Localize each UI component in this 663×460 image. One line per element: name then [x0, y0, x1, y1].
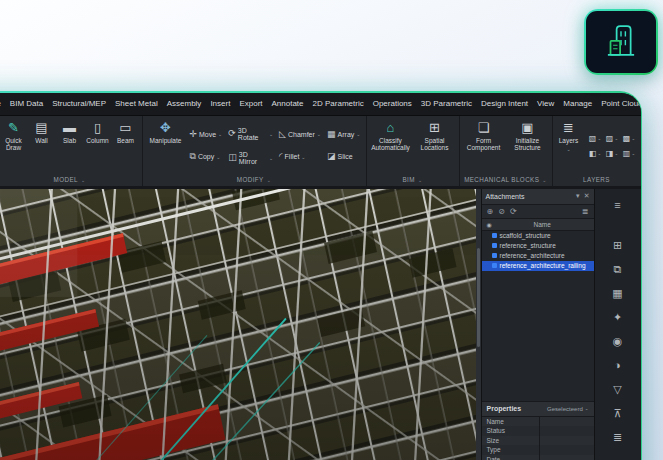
tab-home[interactable]: Home: [0, 99, 1, 108]
mirror-3d-button[interactable]: ◫ 3D Mirror ⌄: [226, 150, 275, 166]
chevron-down-icon[interactable]: ⌄: [269, 131, 273, 137]
group-label-bim[interactable]: BIM⌄: [370, 174, 456, 186]
group-label-mechanical-blocks[interactable]: MECHANICAL BLOCKS⌄: [463, 174, 549, 186]
property-value[interactable]: [539, 436, 594, 446]
chevron-down-icon[interactable]: ⌄: [216, 154, 220, 160]
tab-point-cloud[interactable]: Point Cloud: [601, 99, 640, 108]
group-label-model[interactable]: MODEL⌄: [1, 174, 139, 186]
attach-list-view-icon[interactable]: ≣: [582, 207, 589, 216]
tab-sheet-metal[interactable]: Sheet Metal: [115, 99, 158, 108]
chevron-down-icon[interactable]: ⌄: [356, 131, 360, 137]
panel-options-icon[interactable]: ▾: [576, 192, 580, 200]
tab-assembly[interactable]: Assembly: [167, 99, 202, 108]
tab-structural-mep[interactable]: Structural/MEP: [52, 99, 106, 108]
layer-tools-grid: ▧⌄ ▨⌄ ▩⌄ ◧⌄ ◨⌄ ▥⌄: [587, 118, 638, 174]
column-button[interactable]: ▯ Column: [85, 118, 111, 174]
chevron-down-icon[interactable]: ⌄: [269, 155, 273, 161]
quick-draw-button[interactable]: ✎ Quick Draw: [1, 118, 27, 174]
move-icon: ✛: [189, 130, 197, 139]
attachment-row[interactable]: scaffold_structure: [482, 231, 594, 241]
layer-state-button[interactable]: ▧⌄: [587, 131, 604, 146]
attachments-list: scaffold_structure reference_structure r…: [482, 231, 594, 401]
tab-design-intent[interactable]: Design Intent: [481, 99, 528, 108]
attach-add-icon[interactable]: ⊕: [487, 207, 494, 216]
panel-menu-icon[interactable]: ≡: [614, 199, 620, 211]
layer-off-button[interactable]: ◨⌄: [604, 146, 621, 161]
chevron-down-icon[interactable]: ⌄: [317, 131, 321, 137]
property-value[interactable]: [539, 417, 594, 427]
slab-button[interactable]: ▬ Slab: [57, 118, 83, 174]
shadow-icon[interactable]: ◑: [614, 359, 621, 371]
page-background: { "ui": { "caret": "⌄", "caret_small": "…: [0, 0, 663, 460]
materials-icon[interactable]: ⊼: [613, 407, 621, 419]
bim-feature-badge[interactable]: [584, 9, 658, 75]
wall-button[interactable]: ▤ Wall: [29, 118, 55, 174]
array-button[interactable]: ▦ Array ⌄: [325, 129, 362, 140]
components-icon[interactable]: ⊞: [613, 239, 622, 251]
layer-isolate-button[interactable]: ◧⌄: [587, 146, 604, 161]
attachment-row-selected[interactable]: reference_architecture_railing: [482, 261, 594, 271]
slice-button[interactable]: ◪ Slice: [325, 151, 362, 162]
tab-insert[interactable]: Insert: [210, 99, 230, 108]
cad-app-window: Home BIM Data Structural/MEP Sheet Metal…: [0, 91, 642, 460]
ribbon-group-model: ✎ Quick Draw ▤ Wall ▬ Slab ▯ Column: [0, 116, 143, 186]
quick-draw-icon: ✎: [8, 121, 19, 135]
chevron-down-icon: ⌄: [267, 177, 272, 183]
attach-detach-icon[interactable]: ⊘: [498, 207, 505, 216]
layer-match-button[interactable]: ▥⌄: [621, 146, 638, 161]
render-icon[interactable]: ◉: [613, 335, 623, 347]
sheets-icon[interactable]: ▦: [612, 287, 622, 299]
ribbon-tab-bar: Home BIM Data Structural/MEP Sheet Metal…: [0, 93, 641, 116]
properties-filter-dropdown[interactable]: Geselecteerd ⌄: [547, 406, 588, 412]
chamfer-button[interactable]: ◺ Chamfer ⌄: [277, 129, 323, 140]
tips-icon[interactable]: ✦: [613, 311, 622, 323]
initialize-structure-button[interactable]: ▣ Initialize Structure: [507, 118, 549, 174]
rotate-3d-button[interactable]: ⟳ 3D Rotate ⌄: [226, 126, 275, 142]
layers-button[interactable]: ≣ Layers ⌄: [556, 118, 582, 174]
panel-close-icon[interactable]: ✕: [584, 192, 590, 200]
tab-manage[interactable]: Manage: [563, 99, 592, 108]
viewport-scrollbar[interactable]: [476, 189, 481, 460]
group-label-modify[interactable]: MODIFY⌄: [146, 174, 363, 186]
property-value[interactable]: [539, 426, 594, 436]
tab-bim-data[interactable]: BIM Data: [10, 99, 43, 108]
fillet-icon: ◜: [279, 152, 283, 161]
attach-refresh-icon[interactable]: ⟳: [510, 207, 517, 216]
move-button[interactable]: ✛ Move ⌄: [187, 129, 224, 140]
classify-icon: ⌂: [387, 121, 395, 135]
copy-button[interactable]: ⧉ Copy ⌄: [187, 151, 224, 162]
ribbon-group-bim: ⌂ Classify Automatically ⊞ Spatial Locat…: [367, 116, 460, 186]
manipulate-button[interactable]: ✥ Manipulate: [146, 118, 186, 174]
layers-panel-icon[interactable]: ≣: [613, 431, 622, 443]
attachments-name-header[interactable]: ◉ Name: [482, 219, 594, 231]
chevron-down-icon[interactable]: ⌄: [301, 154, 305, 160]
classify-automatically-button[interactable]: ⌂ Classify Automatically: [370, 118, 412, 174]
tab-annotate[interactable]: Annotate: [272, 99, 304, 108]
chevron-down-icon: ⌄: [566, 146, 570, 152]
tab-operations[interactable]: Operations: [373, 99, 412, 108]
attachments-icon[interactable]: ⧉: [614, 263, 622, 275]
layer-lock-button[interactable]: ▩⌄: [621, 131, 638, 146]
layer-freeze-button[interactable]: ▨⌄: [604, 131, 621, 146]
viewport-3d[interactable]: [0, 189, 481, 460]
property-value[interactable]: [539, 445, 594, 455]
tab-3d-parametric[interactable]: 3D Parametric: [421, 99, 472, 108]
group-label-layers[interactable]: LAYERS: [556, 174, 638, 186]
chevron-down-icon[interactable]: ⌄: [218, 131, 222, 137]
attachment-row[interactable]: reference_structure: [482, 241, 594, 251]
form-component-button[interactable]: ❏ Form Component: [463, 118, 505, 174]
viewport-scrollbar-thumb[interactable]: [477, 248, 480, 347]
tab-view[interactable]: View: [537, 99, 554, 108]
ribbon-group-layers: ≣ Layers ⌄ ▧⌄ ▨⌄ ▩⌄ ◧⌄ ◨⌄ ▥⌄ LAYERS: [553, 116, 641, 186]
tab-export[interactable]: Export: [239, 99, 262, 108]
chevron-down-icon: ⌄: [418, 177, 423, 183]
filter-icon[interactable]: ▽: [613, 383, 621, 395]
attachment-row[interactable]: reference_architecture: [482, 251, 594, 261]
property-value[interactable]: [539, 455, 594, 460]
beam-button[interactable]: ▭ Beam: [113, 118, 139, 174]
attachments-panel-header: Attachments ▾ ✕: [482, 189, 594, 205]
fillet-button[interactable]: ◜ Fillet ⌄: [277, 151, 323, 162]
viewport-canvas: [0, 189, 481, 460]
tab-2d-parametric[interactable]: 2D Parametric: [313, 99, 364, 108]
spatial-locations-button[interactable]: ⊞ Spatial Locations: [414, 118, 456, 174]
